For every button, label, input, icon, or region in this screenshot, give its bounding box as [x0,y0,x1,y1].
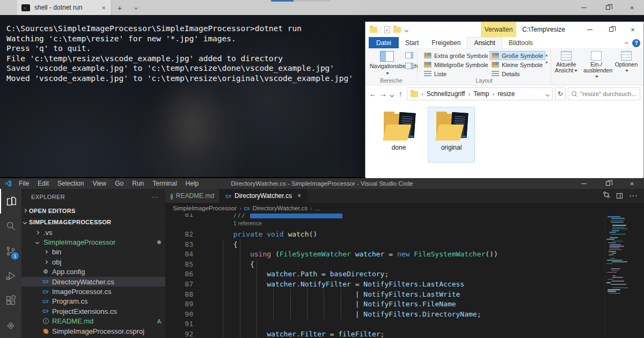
folder-tile[interactable]: done [375,107,422,163]
tree-item-readme-md[interactable]: iREADME.mdA [21,317,165,326]
tree-item-simpleimageprocessor-csproj[interactable]: SimpleImageProcessor.csproj [21,326,165,336]
layout-option[interactable]: Große Symbole [489,51,545,60]
tree-item-app-config[interactable]: ⚙App.config [21,267,165,277]
extension-diamond-icon[interactable] [0,313,21,338]
customize-toolbar-icon[interactable] [405,26,408,33]
back-button[interactable]: ← [369,90,377,98]
vscode-minimize-button[interactable] [572,178,596,189]
tree-item-simpleimageprocessor[interactable]: SimpleImageProcessor [21,336,165,338]
terminal-minimize-button[interactable] [572,0,596,15]
tree-item-projectextensions-cs[interactable]: C#ProjectExtensions.cs [21,306,165,316]
line-number: 84 [165,249,193,260]
breadcrumb[interactable]: SimpleImageProcessor›C#DirectoryWatcher.… [165,203,644,214]
menu-help[interactable]: Help [182,180,203,187]
menu-selection[interactable]: Selection [54,180,87,187]
ribbon-tab-freigeben[interactable]: Freigeben [425,37,467,48]
ribbon-button-optionen[interactable]: Optionen [613,51,639,74]
recent-locations-icon[interactable] [390,90,394,98]
ribbon-button-aktuelle[interactable]: AktuelleAnsicht [553,51,579,74]
breadcrumb-item[interactable]: Schnellzugriff [427,90,465,98]
tree-item-imageprocessor-cs[interactable]: C#ImageProcessor.cs [21,286,165,296]
menu-edit[interactable]: Edit [34,180,53,187]
sidebar-more-actions-icon[interactable]: ··· [151,194,159,200]
breadcrumb-item[interactable]: DirectoryWatcher.cs [253,205,308,211]
split-editor-icon[interactable] [617,193,623,199]
breadcrumb-separator-icon: › [492,91,494,97]
layout-option[interactable]: Extra große Symbole [422,51,488,60]
terminal-tab[interactable]: >_ shell - dotnet run × [17,0,112,15]
tree-item-obj[interactable]: obj [21,257,165,267]
close-tab-icon[interactable]: × [100,4,107,12]
ribbon-tab-datei[interactable]: Datei [369,37,399,48]
layout-option[interactable]: Mittelgroße Symbole [422,60,488,69]
new-folder-icon[interactable] [393,27,401,33]
up-button[interactable]: ↑ [397,90,405,98]
menu-terminal[interactable]: Terminal [149,180,180,187]
tree-item-bin[interactable]: bin [21,247,165,257]
collapse-ribbon-icon[interactable] [625,39,628,47]
address-bar: ← → ↑ ›Schnellzugriff›Temp›resize ↻ "res… [365,85,643,102]
folder-tile[interactable]: original [428,107,475,163]
navigation-pane-button[interactable]: Navigationsbereich [370,51,404,77]
layout-option[interactable]: Kleine Symbole [489,60,545,69]
refresh-button[interactable]: ↻ [555,87,566,100]
explorer-minimize-button[interactable] [579,22,601,37]
extensions-activity-icon[interactable] [0,288,21,313]
close-tab-icon[interactable]: × [297,192,301,200]
breadcrumb-item[interactable]: resize [497,90,515,98]
breadcrumb[interactable]: ›Schnellzugriff›Temp›resize [407,87,553,100]
menu-go[interactable]: Go [111,180,127,187]
menu-run[interactable]: Run [128,180,148,187]
breadcrumb-separator-icon: › [239,205,241,211]
ribbon-tab-start[interactable]: Start [399,37,425,48]
terminal-restore-button[interactable] [596,0,620,15]
tree-item--vs[interactable]: .vs [21,227,165,237]
folder-content-area[interactable]: doneoriginal [365,102,643,186]
vscode-restore-button[interactable] [596,178,620,189]
search-activity-icon[interactable] [0,214,21,238]
folder-icon[interactable] [370,27,377,33]
minimap-line [612,229,627,230]
minimap-line [610,247,620,248]
menu-file[interactable]: File [15,180,33,187]
properties-check-icon[interactable]: ✓ [384,26,390,33]
editor-tab-directorywatcher-cs[interactable]: C#DirectoryWatcher.cs× [220,189,307,203]
tree-item-directorywatcher-cs[interactable]: C#DirectoryWatcher.cs [21,277,165,286]
forward-button[interactable]: → [379,90,387,98]
explorer-activity-icon[interactable] [0,189,21,214]
ribbon-tab-ansicht[interactable]: Ansicht [467,37,502,48]
tree-item-program-cs[interactable]: C#Program.cs [21,297,165,306]
source-control-activity-icon[interactable]: 1 [0,239,21,263]
new-tab-button[interactable]: + [112,0,128,15]
breadcrumb-item[interactable]: Temp [473,90,489,98]
help-button[interactable]: ? [632,39,640,47]
open-changes-icon[interactable] [603,191,610,201]
minimap[interactable] [606,215,628,295]
vscode-close-button[interactable]: × [620,178,644,189]
codelens-row[interactable]: 1 reference [165,220,644,230]
breadcrumb-item[interactable]: ... [315,205,320,211]
editor-tab-readme-md[interactable]: iREADME.md [165,189,220,203]
run-debug-activity-icon[interactable] [0,263,21,288]
code-area[interactable]: 81/// 1 reference82private void watch()8… [165,214,644,338]
divider [380,26,381,33]
line-number: 89 [165,299,193,310]
tiles-view-icon [492,62,499,68]
breadcrumb-item[interactable]: SimpleImageProcessor [173,205,237,211]
menu-view[interactable]: View [89,180,110,187]
preview-pane-button[interactable] [405,52,413,58]
details-pane-button[interactable] [405,63,413,69]
open-editors-section[interactable]: OPEN EDITORS [21,205,165,216]
tree-item-simpleimageprocessor[interactable]: SimpleImageProcessor [21,237,165,247]
ribbon-button-ein[interactable]: Ein-/ausblenden [583,51,609,79]
explorer-restore-button[interactable] [601,22,622,37]
layout-scroll-arrows[interactable]: ▲▼ [545,53,548,64]
ribbon-tab-bildtools[interactable]: Bildtools [502,37,539,48]
editor-more-actions-icon[interactable]: ··· [629,191,638,201]
terminal-close-button[interactable]: × [620,0,644,15]
workspace-root-section[interactable]: SIMPLEIMAGEPROCESSOR [21,216,165,227]
search-input[interactable]: "resize" durchsuch... [568,87,640,100]
explorer-close-button[interactable]: × [622,22,643,37]
address-dropdown-icon[interactable] [546,90,549,98]
tab-dropdown-icon[interactable] [128,0,144,15]
